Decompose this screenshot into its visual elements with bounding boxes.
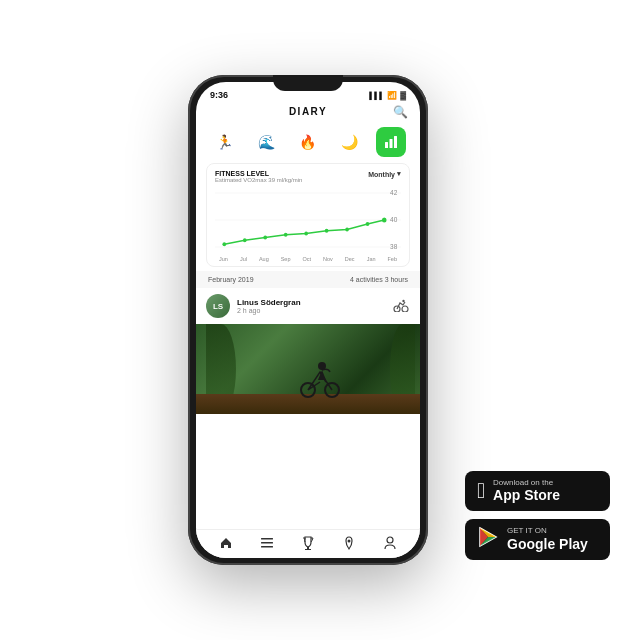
cyclist-silhouette xyxy=(300,352,340,402)
chart-subtitle: Estimated VO2max 39 ml/kg/min xyxy=(215,177,302,183)
app-title: DIARY xyxy=(289,106,327,117)
googleplay-badge-text: GET IT ON Google Play xyxy=(507,526,588,552)
x-label-jul: Jul xyxy=(240,256,247,262)
activity-type-icon xyxy=(392,298,410,315)
activity-item[interactable]: LS Linus Södergran 2 h ago xyxy=(196,288,420,324)
nav-location[interactable] xyxy=(342,536,356,550)
tab-fire[interactable]: 🔥 xyxy=(293,127,323,157)
svg-rect-24 xyxy=(261,538,273,540)
apple-icon:  xyxy=(477,478,485,504)
appstore-badge[interactable]:  Download on the App Store xyxy=(465,471,610,511)
chart-header: FITNESS LEVEL Estimated VO2max 39 ml/kg/… xyxy=(215,170,401,183)
x-label-aug: Aug xyxy=(259,256,269,262)
activity-summary: February 2019 4 activities 3 hours xyxy=(196,271,420,288)
nav-profile[interactable] xyxy=(383,536,397,550)
wifi-icon: 📶 xyxy=(387,91,397,100)
svg-point-16 xyxy=(366,222,370,226)
x-label-sep: Sep xyxy=(281,256,291,262)
status-time: 9:36 xyxy=(210,90,228,100)
svg-rect-25 xyxy=(261,542,273,544)
tab-sleep[interactable]: 🌙 xyxy=(335,127,365,157)
x-label-nov: Nov xyxy=(323,256,333,262)
chart-period[interactable]: Monthly ▾ xyxy=(368,170,401,178)
svg-point-11 xyxy=(263,236,267,240)
svg-point-30 xyxy=(387,537,393,543)
svg-point-14 xyxy=(325,229,329,233)
phone-screen: 9:36 ▌▌▌ 📶 ▓ DIARY 🔍 🏃 🌊 🔥 🌙 xyxy=(196,82,420,558)
svg-point-17 xyxy=(382,218,387,223)
svg-point-13 xyxy=(304,232,308,236)
chart-x-labels: Jun Jul Aug Sep Oct Nov Dec Jan Feb xyxy=(215,256,401,262)
x-label-jan: Jan xyxy=(367,256,376,262)
appstore-badge-text: Download on the App Store xyxy=(493,478,560,504)
status-icons: ▌▌▌ 📶 ▓ xyxy=(369,91,406,100)
phone: 9:36 ▌▌▌ 📶 ▓ DIARY 🔍 🏃 🌊 🔥 🌙 xyxy=(188,75,428,565)
svg-rect-27 xyxy=(307,547,309,549)
activity-user-name: Linus Södergran xyxy=(237,298,385,307)
svg-rect-26 xyxy=(261,546,273,548)
svg-point-10 xyxy=(243,238,247,242)
nav-trophy[interactable] xyxy=(301,536,315,550)
svg-point-9 xyxy=(222,242,226,246)
svg-text:40: 40 xyxy=(390,216,397,223)
svg-point-12 xyxy=(284,233,288,237)
svg-rect-0 xyxy=(385,142,388,148)
google-play-icon xyxy=(477,526,499,553)
svg-rect-28 xyxy=(305,549,311,550)
store-badges:  Download on the App Store GET IT ON Go… xyxy=(465,471,610,560)
activity-time-ago: 2 h ago xyxy=(237,307,385,314)
signal-icon: ▌▌▌ xyxy=(369,92,384,99)
svg-text:42: 42 xyxy=(390,189,397,196)
x-label-oct: Oct xyxy=(303,256,312,262)
tab-stats[interactable] xyxy=(376,127,406,157)
x-label-feb: Feb xyxy=(388,256,397,262)
x-label-jun: Jun xyxy=(219,256,228,262)
activity-date: February 2019 xyxy=(208,276,254,283)
activity-stats: 4 activities 3 hours xyxy=(350,276,408,283)
bottom-nav xyxy=(196,529,420,558)
chart-title: FITNESS LEVEL xyxy=(215,170,302,177)
tab-swim[interactable]: 🌊 xyxy=(251,127,281,157)
nav-menu[interactable] xyxy=(260,536,274,550)
chart-area: 42 40 38 xyxy=(215,185,401,255)
activity-info: Linus Södergran 2 h ago xyxy=(237,298,385,314)
avatar: LS xyxy=(206,294,230,318)
svg-point-29 xyxy=(347,540,350,543)
svg-rect-1 xyxy=(390,139,393,148)
svg-rect-2 xyxy=(394,136,397,148)
tab-run[interactable]: 🏃 xyxy=(210,127,240,157)
tab-bar: 🏃 🌊 🔥 🌙 xyxy=(196,121,420,163)
svg-point-19 xyxy=(402,306,408,312)
chart-svg: 42 40 38 xyxy=(215,185,401,255)
svg-point-20 xyxy=(402,299,404,301)
nav-home[interactable] xyxy=(219,536,233,550)
svg-point-15 xyxy=(345,227,349,231)
app-header: DIARY 🔍 xyxy=(196,102,420,121)
chevron-down-icon: ▾ xyxy=(397,170,401,178)
search-icon[interactable]: 🔍 xyxy=(393,105,408,119)
activity-photo xyxy=(196,324,420,414)
battery-icon: ▓ xyxy=(400,91,406,100)
notch xyxy=(273,75,343,91)
scene: 9:36 ▌▌▌ 📶 ▓ DIARY 🔍 🏃 🌊 🔥 🌙 xyxy=(0,0,640,640)
x-label-dec: Dec xyxy=(345,256,355,262)
svg-text:38: 38 xyxy=(390,243,397,250)
googleplay-badge[interactable]: GET IT ON Google Play xyxy=(465,519,610,560)
fitness-chart: FITNESS LEVEL Estimated VO2max 39 ml/kg/… xyxy=(206,163,410,267)
